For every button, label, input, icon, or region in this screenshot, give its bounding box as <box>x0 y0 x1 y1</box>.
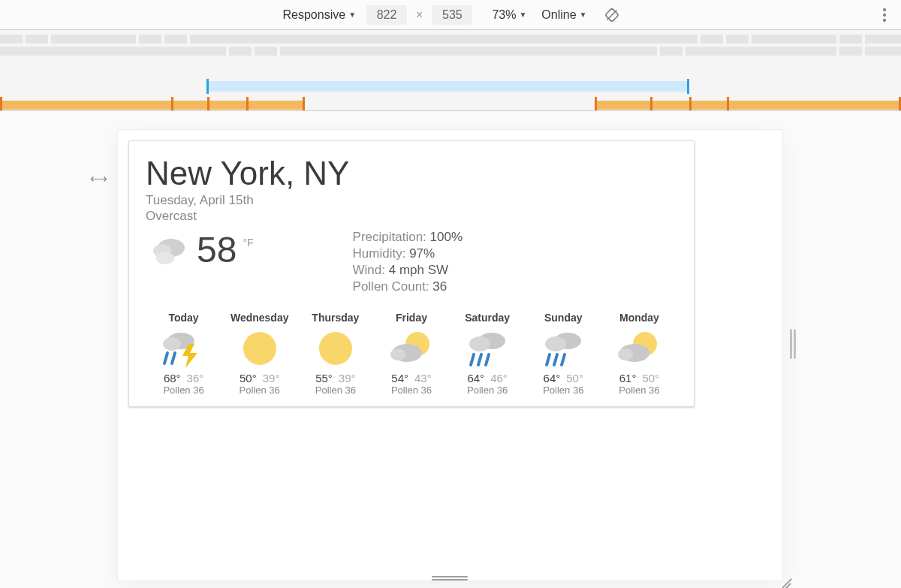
network-select[interactable]: Online ▼ <box>537 5 591 25</box>
forecast-day[interactable]: Friday 54°43°Pollen 36 <box>373 312 449 396</box>
forecast-date: Tuesday, April 15th <box>146 192 677 208</box>
forecast-high: 68° <box>164 372 181 384</box>
forecast-day[interactable]: Monday 61°50°Pollen 36 <box>601 312 677 396</box>
breakpoint-tick[interactable] <box>650 97 652 111</box>
temperature-unit: °F <box>243 237 253 249</box>
svg-line-17 <box>471 354 474 365</box>
sun-icon <box>297 327 373 370</box>
svg-point-21 <box>545 336 566 351</box>
humidity-value: 97% <box>409 246 435 261</box>
svg-line-22 <box>547 354 550 365</box>
forecast-day-label: Sunday <box>526 312 601 324</box>
viewport-right-handle[interactable] <box>790 329 797 359</box>
svg-point-27 <box>618 348 633 360</box>
viewport-height-input[interactable] <box>432 5 472 25</box>
forecast-pollen: Pollen 36 <box>601 384 677 396</box>
rotate-device-button[interactable] <box>601 5 622 26</box>
svg-line-19 <box>486 354 489 365</box>
svg-line-18 <box>478 354 481 365</box>
forecast-day[interactable]: Saturday 64°46°Pollen 36 <box>450 312 526 396</box>
current-summary: 58 °F Precipitation: 100% Humidity: 97% … <box>146 229 677 295</box>
svg-line-23 <box>554 354 557 365</box>
location-title: New York, NY <box>146 155 677 192</box>
forecast-high: 64° <box>467 372 484 384</box>
storm-icon <box>146 327 221 370</box>
toolbar-menu-button[interactable] <box>877 0 892 29</box>
forecast-low: 50° <box>566 372 583 384</box>
responsive-viewport: New York, NY Tuesday, April 15th Overcas… <box>118 130 782 580</box>
precip-label: Precipitation: <box>353 230 426 244</box>
media-query-band[interactable] <box>595 101 901 110</box>
forecast-pollen: Pollen 36 <box>526 384 601 396</box>
rain-icon <box>450 327 526 370</box>
breakpoint-tick[interactable] <box>246 97 249 111</box>
rotate-icon <box>604 7 620 23</box>
rain-icon <box>526 327 601 370</box>
forecast-day[interactable]: Wednesday 50°39°Pollen 36 <box>221 312 297 396</box>
caret-down-icon: ▼ <box>519 11 526 19</box>
precip-value: 100% <box>430 230 463 244</box>
forecast-day[interactable]: Thursday 55°39°Pollen 36 <box>297 312 373 396</box>
forecast-low: 50° <box>642 372 659 384</box>
resize-handle-corner[interactable] <box>782 576 795 588</box>
breakpoint-tick[interactable] <box>303 97 305 111</box>
resize-handle-left[interactable]: ⟷ <box>90 171 107 185</box>
forecast-day-label: Today <box>146 312 221 324</box>
svg-point-10 <box>243 332 276 365</box>
breakpoint-tick[interactable] <box>207 97 209 111</box>
media-query-rulers <box>0 30 901 111</box>
svg-line-7 <box>164 353 167 363</box>
forecast-day-label: Friday <box>373 312 449 324</box>
forecast-pollen: Pollen 36 <box>297 384 373 396</box>
forecast-low: 43° <box>414 372 432 384</box>
svg-line-24 <box>562 354 565 365</box>
viewport-range-indicator[interactable] <box>206 81 689 92</box>
forecast-high: 61° <box>619 372 637 384</box>
current-condition: Overcast <box>146 208 677 224</box>
breakpoint-tick[interactable] <box>171 97 173 111</box>
breakpoint-tick[interactable] <box>689 97 692 111</box>
forecast-day-label: Saturday <box>450 312 526 324</box>
pollen-label: Pollen Count: <box>353 279 429 294</box>
forecast-high: 64° <box>544 372 561 384</box>
forecast-low: 46° <box>490 372 508 384</box>
forecast-pollen: Pollen 36 <box>373 384 449 396</box>
sun-icon <box>221 327 297 370</box>
overcast-icon <box>146 231 191 267</box>
forecast-low: 39° <box>339 372 356 384</box>
forecast-pollen: Pollen 36 <box>146 384 221 396</box>
suncloud-icon <box>373 327 449 370</box>
dimension-separator: × <box>413 8 426 22</box>
forecast-day-label: Monday <box>601 312 677 324</box>
caret-down-icon: ▼ <box>348 11 356 19</box>
forecast-high: 54° <box>391 372 408 384</box>
forecast-pollen: Pollen 36 <box>221 384 297 396</box>
resize-handle-bottom[interactable] <box>432 574 468 582</box>
weather-card: New York, NY Tuesday, April 15th Overcas… <box>128 140 695 407</box>
forecast-high: 55° <box>315 372 333 384</box>
breakpoint-tick[interactable] <box>0 97 2 111</box>
forecast-day[interactable]: Today 68°36°Pollen 36 <box>146 312 221 396</box>
zoom-select-label: 73% <box>492 8 516 22</box>
forecast-low: 36° <box>187 372 204 384</box>
device-select[interactable]: Responsive ▼ <box>279 5 361 25</box>
media-query-band[interactable] <box>0 101 304 110</box>
viewport-width-input[interactable] <box>366 5 407 25</box>
forecast-low: 39° <box>263 372 280 384</box>
breakpoint-tick[interactable] <box>595 97 597 111</box>
wind-value: 4 mph SW <box>389 263 448 277</box>
svg-point-4 <box>156 252 174 264</box>
ruler-row <box>0 47 901 56</box>
forecast-day[interactable]: Sunday 64°50°Pollen 36 <box>526 312 601 396</box>
network-select-label: Online <box>541 8 576 22</box>
device-toolbar: Responsive ▼ × 73% ▼ Online ▼ <box>0 0 901 30</box>
device-stage: ⟷ New York, NY Tuesday, April 15th Overc… <box>0 111 901 588</box>
forecast-high: 50° <box>240 372 257 384</box>
zoom-select[interactable]: 73% ▼ <box>487 5 531 25</box>
pollen-value: 36 <box>432 279 447 294</box>
forecast-day-label: Wednesday <box>221 312 297 324</box>
caret-down-icon: ▼ <box>580 11 587 19</box>
forecast-row: Today 68°36°Pollen 36Wednesday 50°39°Pol… <box>146 312 677 396</box>
ruler-row <box>0 35 901 44</box>
breakpoint-tick[interactable] <box>727 97 729 111</box>
